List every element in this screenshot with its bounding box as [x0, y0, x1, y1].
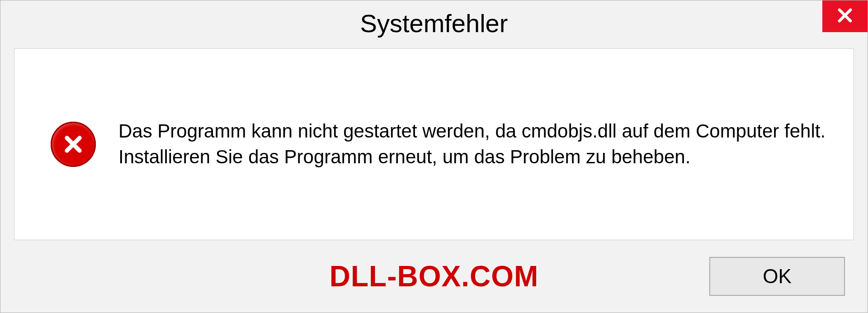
dialog-footer: DLL-BOX.COM OK [0, 249, 868, 313]
error-icon [51, 122, 96, 167]
dialog-title: Systemfehler [360, 9, 508, 38]
ok-button[interactable]: OK [709, 257, 845, 296]
watermark-text: DLL-BOX.COM [330, 260, 539, 293]
titlebar: Systemfehler [0, 0, 868, 46]
system-error-dialog: Systemfehler Das Programm kann nicht ges… [0, 0, 868, 313]
error-message: Das Programm kann nicht gestartet werden… [118, 119, 826, 170]
close-button[interactable] [822, 0, 868, 32]
close-icon [835, 6, 854, 27]
content-panel: Das Programm kann nicht gestartet werden… [14, 48, 854, 240]
